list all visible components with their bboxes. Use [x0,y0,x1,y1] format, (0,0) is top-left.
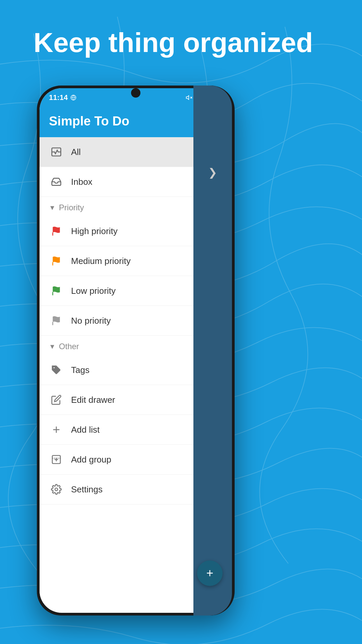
edit-drawer-icon [49,392,64,407]
right-panel: ❯ [193,86,232,615]
all-icon [49,145,64,159]
inbox-all-icon [51,147,62,157]
plus-icon [51,424,62,435]
inbox-icon-svg [51,176,62,187]
high-priority-icon [49,224,64,238]
flag-grey-icon [51,315,62,326]
other-section-title: Other [59,342,79,351]
panel-chevron-icon: ❯ [208,166,217,179]
hero-title: Keep thing organized [34,27,328,58]
gear-icon [51,484,62,495]
flag-red-icon [51,226,62,236]
svg-point-22 [55,488,58,491]
priority-section-title: Priority [59,203,84,212]
silent-icon [186,94,192,101]
add-group-icon [49,452,64,467]
add-list-icon [49,422,64,437]
tag-icon-svg [51,365,62,375]
phone-frame: 11:14 [37,86,235,615]
settings-icon [49,482,64,497]
medium-priority-icon [49,254,64,268]
camera-notch [131,88,140,98]
status-time: 11:14 [49,93,76,102]
location-icon [70,95,76,101]
priority-chevron-icon: ▼ [49,204,56,212]
flag-green-icon [51,285,62,296]
app-title: Simple To Do [49,114,129,128]
other-chevron-icon: ▼ [49,343,56,351]
fab-button[interactable]: + [197,560,223,586]
add-group-icon-svg [51,454,62,465]
no-priority-icon [49,313,64,328]
low-priority-icon [49,283,64,298]
flag-orange-icon [51,256,62,266]
pencil-icon [51,394,62,405]
inbox-icon [49,174,64,189]
tags-icon [49,363,64,377]
svg-marker-1 [186,96,189,100]
